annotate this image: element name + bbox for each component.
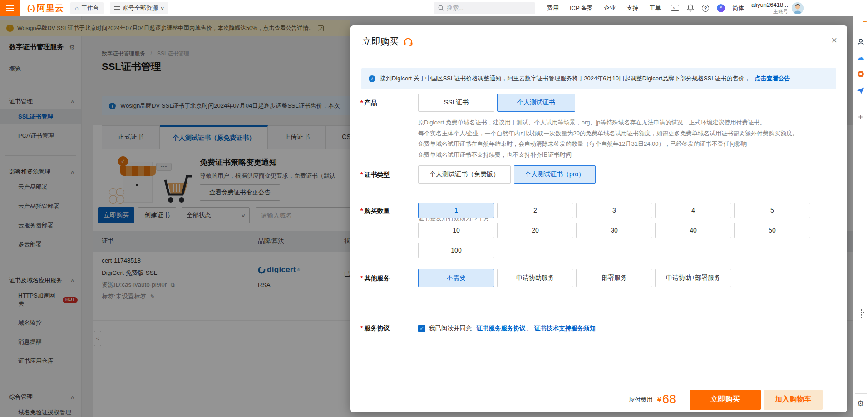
quantity-option-40[interactable]: 40 (655, 223, 731, 238)
option-label: 4 (691, 207, 695, 214)
label-text: 购买数量 (364, 207, 390, 214)
quantity-option-5[interactable]: 5 (734, 203, 810, 218)
aliyun-console-screen: ! Wosign品牌DV SSL证书于北京时间2024年07月04日起逐步调整中… (0, 0, 868, 417)
avatar-face-icon (792, 2, 804, 14)
workbench-button[interactable]: ⌂ 工作台 (70, 2, 104, 14)
option-label: 5 (770, 207, 774, 214)
hamburger-menu-icon[interactable] (0, 0, 20, 16)
help-icon[interactable]: ? (702, 5, 709, 12)
right-edge-toolbar: ☁ + ⚙ (853, 0, 868, 417)
quantity-option-1[interactable]: 1 (418, 203, 494, 218)
close-icon[interactable]: × (831, 35, 837, 45)
option-label: 部署服务 (602, 274, 627, 282)
service-option-assist-deploy[interactable]: 申请协助+部署服务 (655, 269, 731, 287)
drawer-buy-now-button[interactable]: 立即购买 (690, 390, 761, 410)
drawer-title: 立即购买 (362, 35, 399, 48)
quantity-option-2[interactable]: 2 (497, 203, 573, 218)
required-mark: * (360, 274, 363, 282)
option-label: 个人测试证书（pro） (525, 170, 585, 179)
view-announcement-link[interactable]: 点击查看公告 (755, 74, 790, 83)
contact-person-icon[interactable] (857, 38, 864, 46)
product-option-ssl[interactable]: SSL证书 (418, 94, 494, 112)
quantity-option-50[interactable]: 50 (734, 223, 810, 238)
service-option-none[interactable]: 不需要 (418, 269, 494, 287)
cert-type-option-free[interactable]: 个人测试证书（免费版） (418, 165, 511, 184)
currency-symbol: ¥ (657, 395, 661, 404)
option-label: 2 (533, 207, 537, 214)
notification-bell-icon[interactable] (687, 4, 694, 12)
option-label: 个人测试证书 (517, 99, 555, 107)
quantity-option-20[interactable]: 20 (497, 223, 573, 238)
record-ring-icon[interactable] (858, 71, 864, 77)
nav-item-support[interactable]: 支持 (626, 4, 638, 12)
option-label: 1 (454, 207, 458, 214)
quantity-option-4[interactable]: 4 (655, 203, 731, 218)
quantity-label: *购买数量 (360, 207, 417, 215)
quantity-option-30[interactable]: 30 (576, 223, 652, 238)
cert-type-option-pro[interactable]: 个人测试证书（pro） (514, 165, 596, 184)
option-label: 申请协助服务 (516, 274, 554, 282)
product-option-personal-test[interactable]: 个人测试证书 (497, 94, 575, 112)
quantity-option-10[interactable]: 10 (418, 223, 494, 238)
cloud-icon[interactable]: ☁ (857, 54, 864, 61)
label-text: 产品 (364, 99, 377, 106)
nav-item-tickets[interactable]: 工单 (649, 4, 661, 12)
option-label: SSL证书 (444, 99, 469, 107)
add-to-cart-button[interactable]: 加入购物车 (764, 390, 823, 410)
screenshot-icon[interactable] (861, 309, 862, 318)
language-switch[interactable]: 简体 (732, 4, 744, 12)
option-label: 10 (453, 227, 460, 234)
agreement-checkbox[interactable]: ✓ (418, 325, 425, 332)
toolbar-divider (855, 393, 867, 394)
option-label: 申请协助+部署服务 (666, 274, 720, 282)
service-option-assist[interactable]: 申请协助服务 (497, 269, 573, 287)
home-icon: ⌂ (75, 5, 79, 11)
resource-list-icon (114, 6, 120, 10)
desc-line-1: 原Digicert 免费单域名证书，建议用于测试、个人试用等场景，org、jp等… (418, 117, 798, 128)
tech-support-notice-link[interactable]: 证书技术支持服务须知 (534, 324, 596, 333)
settings-gear-icon[interactable]: ⚙ (857, 399, 864, 408)
option-label: 100 (451, 247, 461, 254)
services-label: *其他服务 (360, 274, 417, 283)
option-label: 40 (690, 227, 697, 234)
nav-item-enterprise[interactable]: 企业 (604, 4, 616, 12)
info-icon: i (369, 75, 375, 82)
nav-item-billing[interactable]: 费用 (547, 4, 559, 12)
account-type: 主账号 (751, 9, 788, 15)
chevron-down-icon: ∨ (160, 5, 164, 10)
quantity-option-3[interactable]: 3 (576, 203, 652, 218)
required-mark: * (360, 324, 363, 332)
account-info[interactable]: aliyun26418... 主账号 (751, 1, 788, 15)
desc-line-2: 每个实名主体个人/企业，一个自然年内可以领取一次数量为20的免费单域名试用证书额… (418, 128, 798, 139)
resources-label: 账号全部资源 (123, 4, 158, 12)
fee-amount: 68 (662, 392, 676, 407)
workbench-label: 工作台 (81, 4, 99, 12)
cert-type-label: *证书类型 (360, 171, 417, 179)
account-resources-button[interactable]: 账号全部资源 ∨ (110, 2, 168, 14)
cloudshell-icon[interactable]: >_ (671, 5, 679, 11)
top-navbar: (-) 阿里云 ⌂ 工作台 账号全部资源 ∨ 费用 ICP 备案 企业 支持 工… (0, 0, 853, 16)
aliyun-logo[interactable]: (-) 阿里云 (27, 2, 64, 14)
aliyun-logo-mark: (-) (27, 4, 35, 13)
purchase-drawer: 立即购买 × i 接到Digicert 关于中国区SSL证书价格调整通知，阿里云… (350, 25, 847, 412)
nav-item-icp[interactable]: ICP 备案 (570, 4, 593, 12)
avatar[interactable] (792, 2, 804, 14)
product-label: *产品 (360, 99, 417, 107)
account-name: aliyun26418... (751, 1, 788, 9)
plus-icon[interactable]: + (858, 113, 863, 122)
service-agreement-link[interactable]: 证书服务服务协议 (477, 324, 526, 333)
option-label: 20 (532, 227, 539, 234)
option-label: 不需要 (447, 274, 466, 282)
drawer-price-notice-text: 接到Digicert 关于中国区SSL证书价格调整通知，阿里云数字证书管理服务将… (380, 74, 750, 83)
label-text: 其他服务 (364, 274, 390, 282)
ai-assistant-icon[interactable]: * (717, 4, 725, 12)
label-text: 证书类型 (364, 171, 390, 178)
headset-support-icon[interactable] (403, 37, 413, 46)
navbar-menu: 费用 ICP 备案 企业 支持 工单 (547, 4, 661, 12)
quantity-option-100[interactable]: 100 (418, 243, 494, 258)
search-input[interactable] (447, 5, 524, 11)
send-plane-icon[interactable] (857, 87, 864, 94)
global-search[interactable] (434, 2, 535, 14)
service-option-deploy[interactable]: 部署服务 (576, 269, 652, 287)
product-description: 原Digicert 免费单域名证书，建议用于测试、个人试用等场景，org、jp等… (418, 117, 798, 160)
